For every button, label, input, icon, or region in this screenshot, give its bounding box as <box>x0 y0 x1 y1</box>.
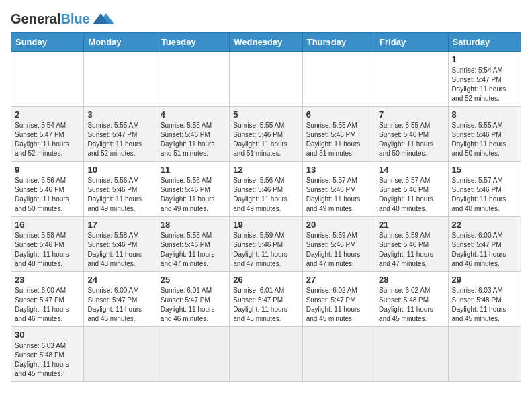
day-info: Sunrise: 5:57 AMSunset: 5:46 PMDaylight:… <box>306 176 371 214</box>
calendar-cell: 19Sunrise: 5:59 AMSunset: 5:46 PMDayligh… <box>230 217 302 272</box>
calendar-week-row: 1Sunrise: 5:54 AMSunset: 5:47 PMDaylight… <box>11 52 521 107</box>
day-info: Sunrise: 5:56 AMSunset: 5:46 PMDaylight:… <box>233 176 298 214</box>
sunset-text: Sunset: 5:48 PM <box>452 295 517 305</box>
calendar-cell: 15Sunrise: 5:57 AMSunset: 5:46 PMDayligh… <box>448 162 521 217</box>
day-info: Sunrise: 6:03 AMSunset: 5:48 PMDaylight:… <box>452 286 517 324</box>
day-number: 28 <box>379 275 444 285</box>
calendar-cell <box>157 52 229 107</box>
daylight-text: Daylight: 11 hours and 48 minutes. <box>379 195 444 214</box>
logo-text: GeneralBlue <box>11 11 90 27</box>
sunset-text: Sunset: 5:47 PM <box>233 295 298 305</box>
calendar-cell: 3Sunrise: 5:55 AMSunset: 5:47 PMDaylight… <box>84 107 157 162</box>
daylight-text: Daylight: 11 hours and 49 minutes. <box>161 195 226 214</box>
calendar-cell: 22Sunrise: 6:00 AMSunset: 5:47 PMDayligh… <box>448 217 521 272</box>
day-number: 16 <box>15 220 80 230</box>
day-info: Sunrise: 6:02 AMSunset: 5:47 PMDaylight:… <box>306 286 371 324</box>
calendar-cell: 29Sunrise: 6:03 AMSunset: 5:48 PMDayligh… <box>448 272 521 327</box>
daylight-text: Daylight: 11 hours and 46 minutes. <box>452 250 517 269</box>
calendar-cell: 25Sunrise: 6:01 AMSunset: 5:47 PMDayligh… <box>157 272 229 327</box>
calendar-cell <box>157 327 229 382</box>
sunset-text: Sunset: 5:47 PM <box>306 295 371 305</box>
calendar-cell: 10Sunrise: 5:56 AMSunset: 5:46 PMDayligh… <box>84 162 157 217</box>
sunset-text: Sunset: 5:46 PM <box>233 185 298 195</box>
sunrise-text: Sunrise: 6:00 AM <box>15 286 80 295</box>
calendar-cell: 27Sunrise: 6:02 AMSunset: 5:47 PMDayligh… <box>302 272 375 327</box>
daylight-text: Daylight: 11 hours and 45 minutes. <box>233 305 298 324</box>
calendar-cell: 9Sunrise: 5:56 AMSunset: 5:46 PMDaylight… <box>11 162 84 217</box>
day-number: 27 <box>306 275 371 285</box>
day-info: Sunrise: 6:02 AMSunset: 5:48 PMDaylight:… <box>379 286 444 324</box>
day-number: 29 <box>452 275 517 285</box>
sunrise-text: Sunrise: 5:55 AM <box>87 121 152 130</box>
daylight-text: Daylight: 11 hours and 47 minutes. <box>306 250 371 269</box>
sunrise-text: Sunrise: 5:58 AM <box>15 231 80 240</box>
sunset-text: Sunset: 5:46 PM <box>306 185 371 195</box>
day-info: Sunrise: 5:55 AMSunset: 5:46 PMDaylight:… <box>306 121 371 158</box>
sunrise-text: Sunrise: 5:55 AM <box>306 121 371 130</box>
page-header: GeneralBlue <box>11 11 521 27</box>
sunrise-text: Sunrise: 5:55 AM <box>379 121 444 130</box>
logo-icon <box>93 11 114 27</box>
day-number: 12 <box>233 165 298 175</box>
sunset-text: Sunset: 5:46 PM <box>161 185 226 195</box>
sunset-text: Sunset: 5:46 PM <box>161 130 226 140</box>
calendar-cell: 20Sunrise: 5:59 AMSunset: 5:46 PMDayligh… <box>302 217 375 272</box>
day-info: Sunrise: 5:56 AMSunset: 5:46 PMDaylight:… <box>87 176 152 214</box>
daylight-text: Daylight: 11 hours and 46 minutes. <box>15 305 80 324</box>
calendar-header-friday: Friday <box>375 33 448 52</box>
calendar-cell: 11Sunrise: 5:56 AMSunset: 5:46 PMDayligh… <box>157 162 229 217</box>
sunrise-text: Sunrise: 5:54 AM <box>15 121 80 130</box>
daylight-text: Daylight: 11 hours and 49 minutes. <box>233 195 298 214</box>
daylight-text: Daylight: 11 hours and 51 minutes. <box>233 140 298 158</box>
day-number: 2 <box>15 109 80 120</box>
daylight-text: Daylight: 11 hours and 51 minutes. <box>161 140 226 158</box>
calendar-header-row: SundayMondayTuesdayWednesdayThursdayFrid… <box>11 33 521 52</box>
day-info: Sunrise: 5:58 AMSunset: 5:46 PMDaylight:… <box>15 231 80 269</box>
sunset-text: Sunset: 5:46 PM <box>452 130 517 140</box>
calendar-cell: 8Sunrise: 5:55 AMSunset: 5:46 PMDaylight… <box>448 107 521 162</box>
sunset-text: Sunset: 5:46 PM <box>87 240 152 250</box>
sunset-text: Sunset: 5:48 PM <box>15 351 80 360</box>
day-number: 13 <box>306 165 371 175</box>
sunrise-text: Sunrise: 5:55 AM <box>233 121 298 130</box>
calendar-header-wednesday: Wednesday <box>230 33 302 52</box>
day-number: 15 <box>452 165 517 175</box>
sunset-text: Sunset: 5:46 PM <box>15 240 80 250</box>
day-info: Sunrise: 5:57 AMSunset: 5:46 PMDaylight:… <box>452 176 517 214</box>
sunset-text: Sunset: 5:47 PM <box>452 75 517 85</box>
daylight-text: Daylight: 11 hours and 49 minutes. <box>306 195 371 214</box>
calendar-cell <box>302 52 375 107</box>
sunrise-text: Sunrise: 6:01 AM <box>233 286 298 295</box>
day-number: 10 <box>87 165 152 175</box>
day-info: Sunrise: 5:58 AMSunset: 5:46 PMDaylight:… <box>161 231 226 269</box>
sunset-text: Sunset: 5:46 PM <box>306 130 371 140</box>
sunrise-text: Sunrise: 5:56 AM <box>233 176 298 185</box>
sunset-text: Sunset: 5:48 PM <box>379 295 444 305</box>
calendar-header-tuesday: Tuesday <box>157 33 229 52</box>
day-number: 19 <box>233 220 298 230</box>
sunrise-text: Sunrise: 5:57 AM <box>452 176 517 185</box>
calendar-cell <box>375 327 448 382</box>
calendar-header-saturday: Saturday <box>448 33 521 52</box>
daylight-text: Daylight: 11 hours and 45 minutes. <box>379 305 444 324</box>
calendar-header-thursday: Thursday <box>302 33 375 52</box>
sunset-text: Sunset: 5:46 PM <box>379 130 444 140</box>
calendar-header-monday: Monday <box>84 33 157 52</box>
day-info: Sunrise: 5:54 AMSunset: 5:47 PMDaylight:… <box>452 66 517 103</box>
calendar-header-sunday: Sunday <box>11 33 84 52</box>
calendar-cell: 21Sunrise: 5:59 AMSunset: 5:46 PMDayligh… <box>375 217 448 272</box>
daylight-text: Daylight: 11 hours and 45 minutes. <box>452 305 517 324</box>
day-info: Sunrise: 5:55 AMSunset: 5:46 PMDaylight:… <box>233 121 298 158</box>
day-info: Sunrise: 5:55 AMSunset: 5:46 PMDaylight:… <box>452 121 517 158</box>
day-number: 17 <box>87 220 152 230</box>
day-info: Sunrise: 6:03 AMSunset: 5:48 PMDaylight:… <box>15 341 80 379</box>
sunset-text: Sunset: 5:46 PM <box>161 240 226 250</box>
sunrise-text: Sunrise: 6:00 AM <box>87 286 152 295</box>
sunrise-text: Sunrise: 6:02 AM <box>379 286 444 295</box>
calendar-week-row: 30Sunrise: 6:03 AMSunset: 5:48 PMDayligh… <box>11 327 521 382</box>
calendar-cell: 26Sunrise: 6:01 AMSunset: 5:47 PMDayligh… <box>230 272 302 327</box>
calendar-cell: 17Sunrise: 5:58 AMSunset: 5:46 PMDayligh… <box>84 217 157 272</box>
sunrise-text: Sunrise: 5:59 AM <box>233 231 298 240</box>
day-number: 7 <box>379 109 444 120</box>
calendar-cell <box>448 327 521 382</box>
